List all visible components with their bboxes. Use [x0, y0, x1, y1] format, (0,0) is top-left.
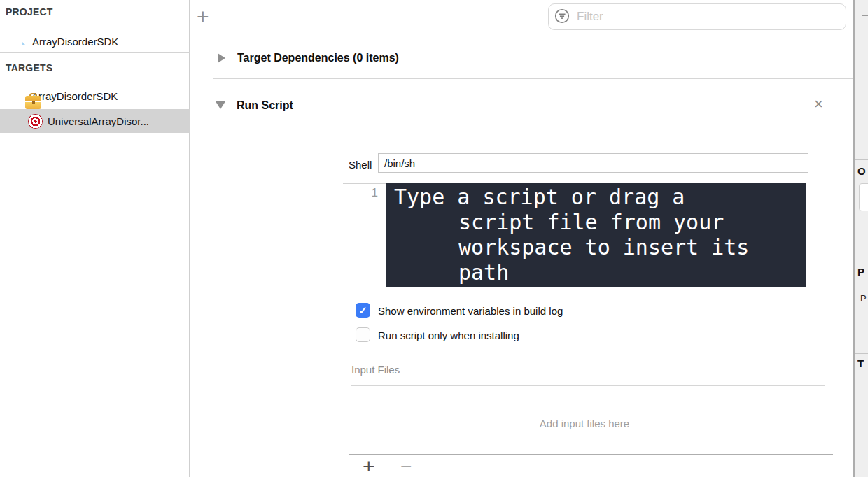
input-files-label: Input Files	[351, 364, 400, 376]
close-phase-icon[interactable]: ×	[814, 97, 823, 112]
inspector-section-header-fragment: T	[858, 357, 864, 369]
targets-section-header: TARGETS	[6, 62, 52, 73]
inspector-item-fragment: P	[860, 293, 867, 304]
shell-input[interactable]	[378, 153, 808, 173]
editor-line-number: 1	[343, 186, 382, 200]
sidebar-item-label: ArrayDisorderSDK	[32, 36, 118, 48]
run-script-title[interactable]: Run Script	[237, 99, 293, 112]
remove-input-file-button[interactable]: −	[400, 456, 412, 477]
inspector-field-clipped[interactable]	[859, 183, 868, 211]
project-section-header: PROJECT	[6, 6, 53, 17]
inspector-section-header-fragment: P	[858, 266, 864, 278]
target-dependencies-title[interactable]: Target Dependencies (0 items)	[237, 52, 399, 64]
show-env-variables-checkbox[interactable]: ✓	[356, 303, 370, 318]
script-placeholder-line: Type a script or drag a	[386, 185, 806, 210]
input-files-footer-divider	[349, 454, 833, 455]
inspector-dash-icon	[862, 15, 868, 16]
aggregate-target-icon	[28, 114, 43, 129]
build-phases-editor: + Target Dependencies (0 items) Run Scri…	[190, 0, 853, 477]
editor-bottom-border	[343, 287, 826, 287]
script-placeholder-line: workspace to insert its	[386, 235, 806, 260]
disclosure-triangle-expanded-icon[interactable]	[216, 101, 225, 109]
sidebar-item-target-universal[interactable]: UniversalArrayDisor...	[0, 109, 190, 133]
input-files-empty-hint: Add input files here	[343, 418, 826, 429]
inspector-divider	[855, 353, 868, 354]
add-input-file-button[interactable]: +	[363, 456, 375, 477]
project-navigator-sidebar: PROJECT A ArrayDisorderSDK TARGETS Array…	[0, 0, 190, 477]
add-build-phase-button[interactable]: +	[197, 6, 209, 27]
disclosure-triangle-collapsed-icon[interactable]	[218, 53, 225, 63]
inspector-section-header-fragment: O	[858, 165, 866, 177]
inspector-divider	[855, 159, 868, 160]
filter-icon	[554, 8, 570, 24]
inspector-panel-clipped: O P P T	[855, 0, 868, 477]
input-files-divider	[351, 385, 825, 386]
sidebar-item-project[interactable]: A ArrayDisorderSDK	[0, 29, 190, 53]
script-editor[interactable]: Type a script or drag a script file from…	[386, 183, 806, 287]
show-env-variables-label: Show environment variables in build log	[378, 305, 563, 317]
section-divider	[214, 78, 853, 79]
shell-label: Shell	[349, 159, 372, 171]
run-only-when-installing-checkbox[interactable]	[356, 327, 370, 342]
run-only-when-installing-label: Run script only when installing	[378, 329, 519, 341]
editor-top-border	[343, 183, 386, 184]
sidebar-item-target-framework[interactable]: ArrayDisorderSDK	[0, 84, 190, 108]
sidebar-divider	[0, 52, 190, 53]
inspector-divider	[855, 259, 868, 259]
xcode-build-phases-window: PROJECT A ArrayDisorderSDK TARGETS Array…	[0, 0, 868, 477]
filter-input[interactable]	[548, 3, 846, 30]
sidebar-item-label: UniversalArrayDisor...	[48, 115, 149, 127]
script-placeholder-line: path	[386, 260, 806, 285]
script-placeholder-line: script file from your	[386, 210, 806, 235]
toolbar-divider	[190, 34, 853, 34]
sidebar-item-label: ArrayDisorderSDK	[31, 90, 118, 102]
